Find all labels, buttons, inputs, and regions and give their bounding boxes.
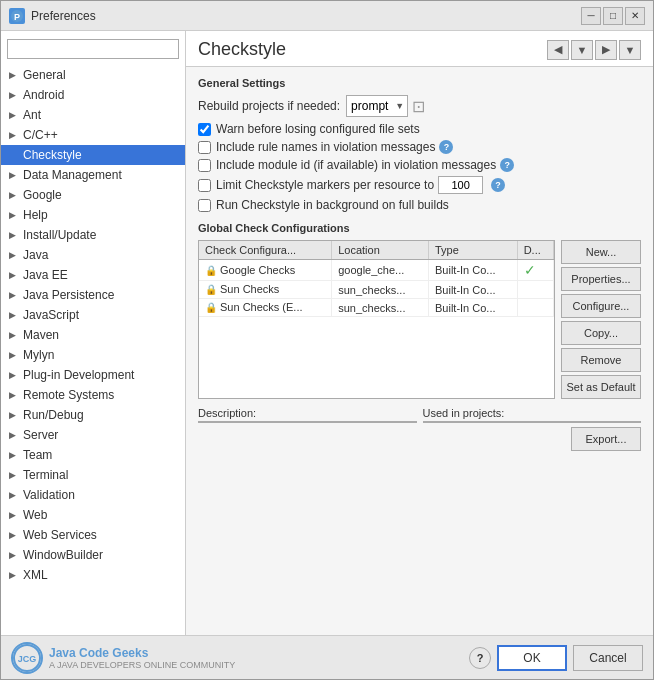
tree-arrow-icon: ▶ — [9, 390, 19, 400]
sidebar-item-data-management[interactable]: ▶Data Management — [1, 165, 185, 185]
forward-dropdown-button[interactable]: ▼ — [571, 40, 593, 60]
sidebar-item-maven[interactable]: ▶Maven — [1, 325, 185, 345]
limit-number-input[interactable] — [438, 176, 483, 194]
sidebar-item-java[interactable]: ▶Java — [1, 245, 185, 265]
tree-arrow-icon: ▶ — [9, 530, 19, 540]
sidebar-item-plug-in-development[interactable]: ▶Plug-in Development — [1, 365, 185, 385]
sidebar-item-label: Java — [23, 248, 48, 262]
sidebar-item-java-ee[interactable]: ▶Java EE — [1, 265, 185, 285]
table-cell-name: 🔒Sun Checks (E... — [199, 299, 332, 317]
data-table: Check Configura... Location Type D... 🔒G… — [199, 241, 554, 317]
rule-names-help-icon[interactable]: ? — [439, 140, 453, 154]
sidebar-item-label: Java Persistence — [23, 288, 114, 302]
lock-icon: 🔒 — [205, 302, 217, 314]
col-header-default: D... — [517, 241, 553, 260]
cancel-button[interactable]: Cancel — [573, 645, 643, 671]
table-cell-default — [517, 299, 553, 317]
limit-checkbox[interactable] — [198, 179, 211, 192]
sidebar-item-label: Google — [23, 188, 62, 202]
sidebar-item-validation[interactable]: ▶Validation — [1, 485, 185, 505]
forward-button[interactable]: ▶ — [595, 40, 617, 60]
sidebar-item-label: Team — [23, 448, 52, 462]
svg-text:JCG: JCG — [18, 654, 37, 664]
preferences-window: P Preferences ─ □ ✕ ▶General▶Android▶Ant… — [0, 0, 654, 680]
configure-button[interactable]: Configure... — [561, 294, 641, 318]
sidebar-item-label: Data Management — [23, 168, 122, 182]
table-row[interactable]: 🔒Google Checksgoogle_che...Built-In Co..… — [199, 260, 554, 281]
col-header-location: Location — [332, 241, 429, 260]
sidebar-item-c-c--[interactable]: ▶C/C++ — [1, 125, 185, 145]
warn-checkbox-row: Warn before losing configured file sets — [198, 122, 641, 136]
properties-button[interactable]: Properties... — [561, 267, 641, 291]
rule-names-checkbox-row: Include rule names in violation messages… — [198, 140, 641, 154]
window-icon: P — [9, 8, 25, 24]
sidebar-item-label: Run/Debug — [23, 408, 84, 422]
sidebar-item-label: Web Services — [23, 528, 97, 542]
maximize-button[interactable]: □ — [603, 7, 623, 25]
sidebar-item-terminal[interactable]: ▶Terminal — [1, 465, 185, 485]
back-button[interactable]: ◀ — [547, 40, 569, 60]
minimize-button[interactable]: ─ — [581, 7, 601, 25]
rule-names-label: Include rule names in violation messages — [216, 140, 435, 154]
warn-checkbox[interactable] — [198, 123, 211, 136]
table-row[interactable]: 🔒Sun Checks (E...sun_checks...Built-In C… — [199, 299, 554, 317]
sidebar-item-remote-systems[interactable]: ▶Remote Systems — [1, 385, 185, 405]
remove-button[interactable]: Remove — [561, 348, 641, 372]
search-input[interactable] — [7, 39, 179, 59]
sidebar-item-install-update[interactable]: ▶Install/Update — [1, 225, 185, 245]
sidebar-item-web-services[interactable]: ▶Web Services — [1, 525, 185, 545]
sidebar-item-android[interactable]: ▶Android — [1, 85, 185, 105]
table-cell-name: 🔒Sun Checks — [199, 281, 332, 299]
module-id-checkbox[interactable] — [198, 159, 211, 172]
table-row[interactable]: 🔒Sun Checkssun_checks...Built-In Co... — [199, 281, 554, 299]
sidebar-item-xml[interactable]: ▶XML — [1, 565, 185, 585]
module-id-checkbox-row: Include module id (if available) in viol… — [198, 158, 641, 172]
sidebar-item-label: XML — [23, 568, 48, 582]
close-button[interactable]: ✕ — [625, 7, 645, 25]
sidebar-item-label: Web — [23, 508, 47, 522]
nav-dropdown-button[interactable]: ▼ — [619, 40, 641, 60]
copy-button[interactable]: Copy... — [561, 321, 641, 345]
sidebar-item-checkstyle[interactable]: Checkstyle — [1, 145, 185, 165]
sidebar-item-windowbuilder[interactable]: ▶WindowBuilder — [1, 545, 185, 565]
sidebar-item-help[interactable]: ▶Help — [1, 205, 185, 225]
sidebar-item-general[interactable]: ▶General — [1, 65, 185, 85]
module-id-help-icon[interactable]: ? — [500, 158, 514, 172]
sidebar-item-label: Ant — [23, 108, 41, 122]
sidebar-item-java-persistence[interactable]: ▶Java Persistence — [1, 285, 185, 305]
rule-names-checkbox[interactable] — [198, 141, 211, 154]
logo-icon: JCG — [11, 642, 43, 674]
tree-arrow-icon: ▶ — [9, 90, 19, 100]
sidebar-item-team[interactable]: ▶Team — [1, 445, 185, 465]
table-container: Check Configura... Location Type D... 🔒G… — [198, 240, 641, 399]
new-button[interactable]: New... — [561, 240, 641, 264]
search-box[interactable] — [7, 39, 179, 59]
tree-arrow-icon: ▶ — [9, 110, 19, 120]
logo-title: Java Code Geeks — [49, 646, 235, 660]
table-buttons: New... Properties... Configure... Copy..… — [561, 240, 641, 399]
limit-help-icon[interactable]: ? — [491, 178, 505, 192]
ok-button[interactable]: OK — [497, 645, 567, 671]
tree-arrow-icon: ▶ — [9, 410, 19, 420]
set-as-default-button[interactable]: Set as Default — [561, 375, 641, 399]
table-cell-default — [517, 281, 553, 299]
export-button[interactable]: Export... — [571, 427, 641, 451]
rebuild-select[interactable]: prompt always never — [346, 95, 408, 117]
sidebar-item-web[interactable]: ▶Web — [1, 505, 185, 525]
background-checkbox[interactable] — [198, 199, 211, 212]
right-panel: Checkstyle ◀ ▼ ▶ ▼ General Settings Rebu… — [186, 31, 653, 635]
rebuild-select-wrapper[interactable]: prompt always never — [346, 95, 408, 117]
sidebar-item-mylyn[interactable]: ▶Mylyn — [1, 345, 185, 365]
sidebar-item-google[interactable]: ▶Google — [1, 185, 185, 205]
sidebar-item-run-debug[interactable]: ▶Run/Debug — [1, 405, 185, 425]
background-label: Run Checkstyle in background on full bui… — [216, 198, 449, 212]
export-row: Export... — [198, 427, 641, 451]
panel-body: General Settings Rebuild projects if nee… — [186, 67, 653, 635]
sidebar-item-ant[interactable]: ▶Ant — [1, 105, 185, 125]
help-button[interactable]: ? — [469, 647, 491, 669]
sidebar-item-label: Android — [23, 88, 64, 102]
sidebar-item-server[interactable]: ▶Server — [1, 425, 185, 445]
tree-arrow-icon: ▶ — [9, 350, 19, 360]
sidebar-item-javascript[interactable]: ▶JavaScript — [1, 305, 185, 325]
tree-arrow-icon: ▶ — [9, 470, 19, 480]
